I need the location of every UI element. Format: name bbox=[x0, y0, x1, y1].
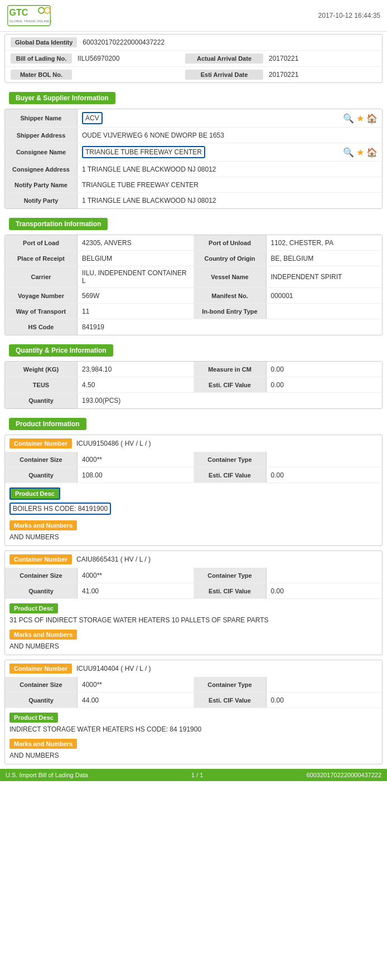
shipper-name-row: Shipper Name ACV 🔍 ★ 🏠 bbox=[5, 109, 382, 128]
container-num-row-2: Container Number ICUU9140404 ( HV / L / … bbox=[5, 660, 382, 677]
hs-label: HS Code bbox=[5, 319, 78, 335]
container-size-value-1: 4000** bbox=[78, 568, 194, 583]
footer-center: 1 / 1 bbox=[191, 772, 203, 778]
carrier-row: Carrier IILU, INDEPENDENT CONTAINER L Ve… bbox=[5, 266, 382, 288]
country-origin-label: Country of Origin bbox=[194, 251, 267, 266]
shipper-search-icon[interactable]: 🔍 bbox=[343, 113, 354, 124]
qty-label: Quantity bbox=[5, 393, 78, 408]
bill-value: IILU56970200 bbox=[78, 55, 185, 62]
svg-text:GLOBAL TRADE ONLINE LIMITED: GLOBAL TRADE ONLINE LIMITED bbox=[9, 19, 51, 23]
port-load-value: 42305, ANVERS bbox=[78, 235, 194, 250]
shipper-name-label: Shipper Name bbox=[5, 109, 78, 127]
container-esti-value-0: 0.00 bbox=[267, 467, 383, 482]
consignee-search-icon[interactable]: 🔍 bbox=[343, 147, 354, 158]
port-unload-value: 1102, CHESTER, PA bbox=[267, 235, 383, 250]
esti-cif-label: Esti. CIF Value bbox=[194, 377, 267, 392]
manifest-label: Manifest No. bbox=[194, 288, 267, 303]
teus-row: TEUS 4.50 Esti. CIF Value 0.00 bbox=[5, 377, 382, 393]
container-size-label-1: Container Size bbox=[5, 568, 78, 583]
container-esti-label-0: Esti. CIF Value bbox=[194, 467, 267, 482]
container-block-0: Container Number ICUU9150486 ( HV / L / … bbox=[4, 435, 383, 546]
shipper-name-field: ACV bbox=[82, 112, 103, 124]
container-type-label-0: Container Type bbox=[194, 452, 267, 467]
carrier-label: Carrier bbox=[5, 266, 78, 287]
place-receipt-label: Place of Receipt bbox=[5, 251, 78, 266]
product-desc-label-1: Product Desc bbox=[9, 603, 58, 613]
container-esti-label-2: Esti. CIF Value bbox=[194, 693, 267, 708]
global-data-label: Global Data Identity bbox=[11, 37, 77, 47]
measure-value: 0.00 bbox=[267, 362, 383, 377]
product-desc-label-2: Product Desc bbox=[9, 713, 58, 723]
container-number-value-2: ICUU9140404 ( HV / L / ) bbox=[76, 665, 151, 672]
product-desc-content-0: BOILERS HS CODE: 84191900 bbox=[5, 501, 382, 518]
voyage-row: Voyage Number 569W Manifest No. 000001 bbox=[5, 288, 382, 304]
product-desc-content-1: 31 PCS OF INDIRECT STORAGE WATER HEATERS… bbox=[5, 615, 382, 627]
shipper-name-value: ACV bbox=[78, 109, 338, 127]
container-number-label-2: Container Number bbox=[9, 664, 72, 674]
marks-content-2: AND NUMBERS bbox=[5, 750, 382, 764]
container-size-row-2: Container Size 4000** Container Type bbox=[5, 677, 382, 693]
header: GTC GLOBAL TRADE ONLINE LIMITED 2017-10-… bbox=[0, 0, 387, 32]
qty-row: Quantity 193.00(PCS) bbox=[5, 393, 382, 408]
shipper-address-row: Shipper Address OUDE VIJVERWEG 6 NONE DW… bbox=[5, 128, 382, 143]
product-desc-content-2: INDIRECT STORAGE WATER HEATERS HS CODE: … bbox=[5, 724, 382, 737]
mater-row: Mater BOL No. Esti Arrival Date 20170221 bbox=[5, 67, 382, 82]
datetime: 2017-10-12 16:44:35 bbox=[318, 12, 380, 19]
container-num-row-1: Container Number CAIU8665431 ( HV / L / … bbox=[5, 551, 382, 568]
consignee-name-value: TRIANGLE TUBE FREEWAY CENTER bbox=[78, 143, 338, 161]
container-size-label-0: Container Size bbox=[5, 452, 78, 467]
container-type-value-2 bbox=[267, 677, 383, 692]
way-row: Way of Transport 11 In-bond Entry Type bbox=[5, 304, 382, 319]
bill-row: Bill of Lading No. IILU56970200 Actual A… bbox=[5, 51, 382, 67]
logo-container: GTC GLOBAL TRADE ONLINE LIMITED bbox=[7, 4, 51, 27]
shipper-star-icon[interactable]: ★ bbox=[356, 113, 364, 124]
shipper-home-icon[interactable]: 🏠 bbox=[366, 113, 378, 124]
container-esti-label-1: Esti. CIF Value bbox=[194, 583, 267, 598]
footer: U.S. Import Bill of Lading Data 1 / 1 60… bbox=[0, 769, 387, 781]
container-number-value-0: ICUU9150486 ( HV / L / ) bbox=[76, 440, 151, 447]
container-type-label-1: Container Type bbox=[194, 568, 267, 583]
container-esti-value-1: 0.00 bbox=[267, 583, 383, 598]
notify-party-label: Notify Party bbox=[5, 193, 78, 208]
inbond-value bbox=[267, 304, 383, 319]
marks-content-0: AND NUMBERS bbox=[5, 532, 382, 545]
hs-value: 841919 bbox=[78, 319, 382, 335]
inbond-label: In-bond Entry Type bbox=[194, 304, 267, 319]
container-qty-value-2: 44.00 bbox=[78, 693, 194, 708]
container-type-label-2: Container Type bbox=[194, 677, 267, 692]
transport-section: Port of Load 42305, ANVERS Port of Unloa… bbox=[4, 235, 383, 335]
container-qty-row-1: Quantity 41.00 Esti. CIF Value 0.00 bbox=[5, 583, 382, 599]
measure-label: Measure in CM bbox=[194, 362, 267, 377]
transport-section-header: Transportation Information bbox=[9, 218, 108, 230]
voyage-label: Voyage Number bbox=[5, 288, 78, 303]
svg-text:GTC: GTC bbox=[9, 8, 28, 17]
consignee-home-icon[interactable]: 🏠 bbox=[366, 147, 378, 158]
teus-value: 4.50 bbox=[78, 377, 194, 392]
container-type-value-0 bbox=[267, 452, 383, 467]
container-size-label-2: Container Size bbox=[5, 677, 78, 692]
container-qty-row-2: Quantity 44.00 Esti. CIF Value 0.00 bbox=[5, 693, 382, 708]
consignee-name-label: Consignee Name bbox=[5, 143, 78, 161]
container-qty-value-0: 108.00 bbox=[78, 467, 194, 482]
mater-label: Mater BOL No. bbox=[11, 70, 72, 80]
container-qty-label-1: Quantity bbox=[5, 583, 78, 598]
receipt-row: Place of Receipt BELGIUM Country of Orig… bbox=[5, 251, 382, 266]
container-esti-value-2: 0.00 bbox=[267, 693, 383, 708]
container-qty-label-0: Quantity bbox=[5, 467, 78, 482]
notify-party-value: 1 TRIANGLE LANE BLACKWOOD NJ 08012 bbox=[78, 193, 382, 208]
container-type-value-1 bbox=[267, 568, 383, 583]
container-size-value-2: 4000** bbox=[78, 677, 194, 692]
bill-label: Bill of Lading No. bbox=[11, 53, 72, 64]
teus-label: TEUS bbox=[5, 377, 78, 392]
container-qty-value-1: 41.00 bbox=[78, 583, 194, 598]
vessel-label: Vessel Name bbox=[194, 266, 267, 287]
notify-party-row: Notify Party 1 TRIANGLE LANE BLACKWOOD N… bbox=[5, 193, 382, 208]
marks-label-0: Marks and Numbers bbox=[9, 520, 77, 530]
notify-name-value: TRIANGLE TUBE FREEWAY CENTER bbox=[78, 177, 382, 192]
consignee-star-icon[interactable]: ★ bbox=[356, 147, 364, 158]
consignee-address-label: Consignee Address bbox=[5, 162, 78, 177]
qty-value: 193.00(PCS) bbox=[78, 393, 382, 408]
top-info-block: Global Data Identity 6003201702220000437… bbox=[4, 34, 383, 83]
consignee-name-row: Consignee Name TRIANGLE TUBE FREEWAY CEN… bbox=[5, 143, 382, 162]
way-label: Way of Transport bbox=[5, 304, 78, 319]
